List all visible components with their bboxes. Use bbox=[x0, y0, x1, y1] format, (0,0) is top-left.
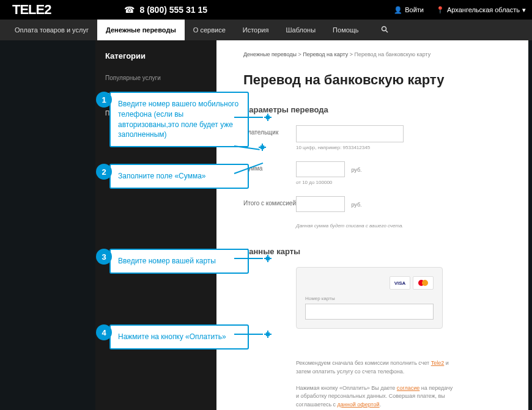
callout-step-1: 1 Введите номер вашего мобильного телефо… bbox=[96, 92, 249, 147]
recommendation-text: Рекомендуем сначала без комиссии пополни… bbox=[296, 359, 455, 409]
step-number: 3 bbox=[96, 249, 112, 265]
section-card-title: Данные карты bbox=[243, 247, 501, 256]
logo: TELE2 bbox=[12, 2, 51, 18]
callout-line bbox=[234, 117, 263, 118]
sparkle-icon bbox=[262, 111, 274, 123]
step-number: 1 bbox=[96, 92, 112, 108]
callout-step-4: 4 Нажмите на кнопку «Оплатить» bbox=[96, 324, 249, 350]
phone-input[interactable] bbox=[296, 125, 404, 142]
section-params-title: Параметры перевода bbox=[243, 105, 501, 114]
sparkle-icon bbox=[262, 328, 274, 340]
breadcrumb-3: Перевод на банковскую карту bbox=[354, 51, 430, 57]
card-number-label: Номер карты bbox=[305, 296, 434, 301]
user-icon: 👤 bbox=[394, 6, 402, 14]
svg-point-0 bbox=[382, 27, 386, 31]
tele2-link[interactable]: Tele2 bbox=[431, 360, 445, 366]
sparkle-icon bbox=[256, 141, 268, 153]
svg-line-1 bbox=[386, 31, 388, 32]
sidebar-item-popular[interactable]: Популярные услуги bbox=[95, 69, 216, 87]
callout-step-3: 3 Введите номер вашей карты bbox=[96, 249, 249, 274]
mastercard-icon bbox=[413, 276, 434, 290]
sparkle-icon bbox=[262, 252, 274, 265]
pin-icon: 📍 bbox=[436, 6, 445, 14]
unit-rub-2: руб. bbox=[351, 202, 361, 208]
login-link[interactable]: 👤 Войти bbox=[394, 6, 424, 14]
offer-link[interactable]: данной офертой bbox=[338, 401, 380, 408]
total-label: Итого с комиссией bbox=[243, 196, 296, 207]
breadcrumb: Денежные переводы > Перевод на карту > П… bbox=[243, 51, 501, 57]
phone-hint: 10 цифр, например: 9533412345 bbox=[296, 145, 501, 150]
nav-help[interactable]: Помощь bbox=[324, 20, 368, 40]
total-input bbox=[296, 196, 345, 212]
nav-history[interactable]: История bbox=[234, 20, 278, 40]
unit-rub: руб. bbox=[351, 167, 361, 173]
consent-link[interactable]: согласие bbox=[397, 385, 419, 391]
callout-step-2: 2 Заполните поле «Сумма» bbox=[96, 164, 249, 189]
breadcrumb-2[interactable]: Перевод на карту bbox=[303, 51, 348, 57]
step-number: 4 bbox=[96, 324, 112, 340]
total-note: Данная сумма будет списана с вашего счет… bbox=[296, 223, 501, 229]
phone-icon: ☎ bbox=[124, 5, 135, 15]
breadcrumb-1[interactable]: Денежные переводы bbox=[243, 51, 297, 57]
card-visual: VISA Номер карты bbox=[296, 267, 443, 329]
search-icon bbox=[381, 26, 388, 34]
card-number-input[interactable] bbox=[305, 304, 434, 320]
step-text: Нажмите на кнопку «Оплатить» bbox=[109, 324, 249, 350]
phone-label: Плательщик bbox=[243, 125, 296, 136]
nav-search[interactable] bbox=[372, 20, 397, 40]
callout-line bbox=[234, 258, 263, 259]
step-number: 2 bbox=[96, 164, 112, 180]
nav-about[interactable]: О сервисе bbox=[185, 20, 234, 40]
chevron-down-icon: ▾ bbox=[522, 6, 526, 14]
nav-transfers[interactable]: Денежные переводы bbox=[97, 20, 185, 40]
amount-hint: от 10 до 100000 bbox=[296, 180, 501, 185]
visa-icon: VISA bbox=[390, 276, 410, 290]
sidebar-title: Категории bbox=[95, 51, 216, 69]
step-text: Введите номер вашей карты bbox=[109, 249, 249, 274]
amount-input[interactable] bbox=[296, 161, 345, 177]
step-text: Введите номер вашего мобильного телефона… bbox=[109, 92, 249, 147]
callout-line bbox=[234, 334, 263, 335]
nav-templates[interactable]: Шаблоны bbox=[277, 20, 324, 40]
support-phone: 8 (800) 555 31 15 bbox=[139, 5, 207, 15]
page-title: Перевод на банковскую карту bbox=[243, 72, 501, 88]
nav-payments[interactable]: Оплата товаров и услуг bbox=[6, 20, 97, 40]
region-selector[interactable]: 📍 Архангельская область ▾ bbox=[436, 6, 526, 14]
step-text: Заполните поле «Сумма» bbox=[109, 164, 249, 189]
